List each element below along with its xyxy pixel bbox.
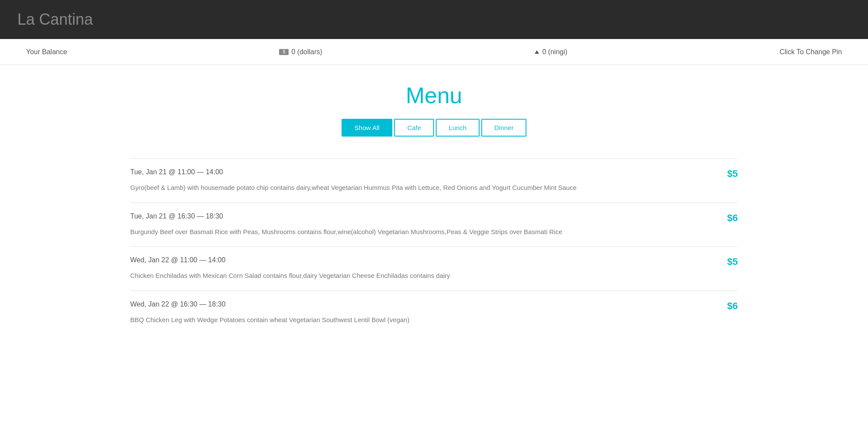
menu-item: Wed, Jan 22 @ 11:00 — 14:00 $5 Chicken E… [130, 246, 738, 290]
filter-btn-lunch[interactable]: Lunch [436, 119, 480, 137]
menu-item-desc: Chicken Enchiladas with Mexican Corn Sal… [130, 271, 738, 281]
balance-bar: Your Balance $ 0 (dollars) 0 (ningi) Cli… [0, 39, 868, 65]
ningi-value: 0 (ningi) [542, 48, 568, 56]
menu-item-header: Tue, Jan 21 @ 11:00 — 14:00 $5 [130, 168, 738, 179]
filter-btn-dinner[interactable]: Dinner [481, 119, 526, 137]
menu-item-time: Tue, Jan 21 @ 16:30 — 18:30 [130, 212, 223, 220]
menu-item-desc: Burgundy Beef over Basmati Rice with Pea… [130, 227, 738, 237]
app-title: La Cantina [17, 10, 93, 29]
menu-item-price: $6 [727, 212, 738, 224]
menu-item-header: Wed, Jan 22 @ 11:00 — 14:00 $5 [130, 256, 738, 267]
menu-item: Wed, Jan 22 @ 16:30 — 18:30 $6 BBQ Chick… [130, 290, 738, 335]
balance-dollars: $ 0 (dollars) [279, 48, 322, 56]
menu-item-time: Wed, Jan 22 @ 16:30 — 18:30 [130, 300, 226, 308]
change-pin-button[interactable]: Click To Change Pin [779, 48, 842, 56]
menu-list: Tue, Jan 21 @ 11:00 — 14:00 $5 Gyro(beef… [130, 158, 738, 334]
menu-item-desc: BBQ Chicken Leg with Wedge Potatoes cont… [130, 315, 738, 325]
filter-btn-show-all[interactable]: Show All [342, 119, 393, 137]
menu-item-price: $5 [727, 256, 738, 267]
menu-item-header: Wed, Jan 22 @ 16:30 — 18:30 $6 [130, 300, 738, 312]
balance-ningi: 0 (ningi) [535, 48, 568, 56]
menu-item-desc: Gyro(beef & Lamb) with housemade potato … [130, 183, 738, 193]
menu-item-header: Tue, Jan 21 @ 16:30 — 18:30 $6 [130, 212, 738, 224]
dollar-icon: $ [279, 49, 289, 55]
menu-item: Tue, Jan 21 @ 11:00 — 14:00 $5 Gyro(beef… [130, 158, 738, 202]
menu-item-price: $6 [727, 300, 738, 312]
menu-item-price: $5 [727, 168, 738, 179]
main-content: Menu Show AllCafeLunchDinner Tue, Jan 21… [0, 65, 868, 437]
app-header: La Cantina [0, 0, 868, 39]
menu-item-time: Wed, Jan 22 @ 11:00 — 14:00 [130, 256, 226, 264]
menu-title: Menu [130, 82, 738, 108]
filter-btn-cafe[interactable]: Cafe [394, 119, 434, 137]
balance-label: Your Balance [26, 48, 67, 56]
menu-item-time: Tue, Jan 21 @ 11:00 — 14:00 [130, 168, 223, 176]
menu-item: Tue, Jan 21 @ 16:30 — 18:30 $6 Burgundy … [130, 202, 738, 247]
dollars-value: 0 (dollars) [291, 48, 322, 56]
arrow-up-icon [535, 50, 539, 54]
filter-buttons: Show AllCafeLunchDinner [130, 119, 738, 137]
